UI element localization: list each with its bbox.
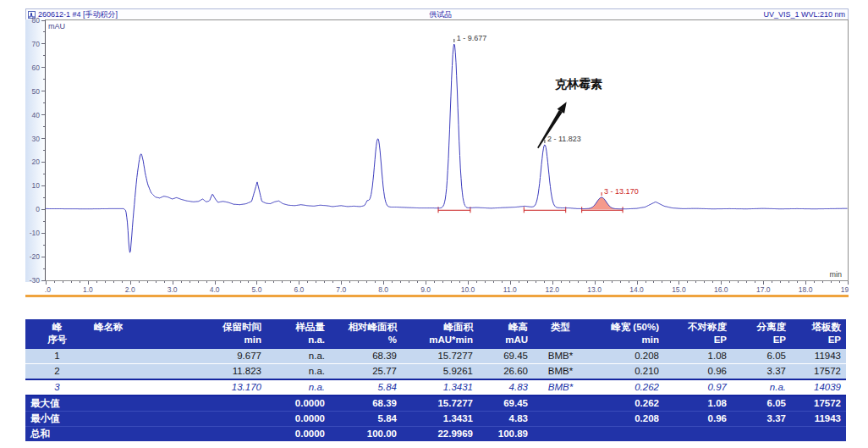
x-tick-label: 16.0 [708,285,733,294]
peak-row[interactable]: 19.677n.a.68.3915.727769.45BMB*0.2081.08… [25,349,846,364]
peak-cell: 1 [25,349,89,364]
summary-cell [588,427,664,442]
x-axis-tick [476,281,477,283]
column-label: 相对峰面积 [335,321,397,334]
column-label: 不对称度 [669,321,727,334]
x-axis-tick [400,281,401,283]
y-axis-unit-label: mAU [48,22,65,30]
x-tick-label: 0.0 [45,285,58,294]
peak-cell: 1.08 [664,349,732,364]
chromatogram-panel: 260612-1 #4 [手动积分] 供试品 UV_VIS_1 WVL:210 … [25,8,849,297]
peak-cell: 68.39 [330,349,402,364]
peak-row-highlighted[interactable]: 313.170n.a.5.841.34314.83BMB*0.2620.97n.… [25,379,846,395]
chromatography-report: { "chart": { "header_left": "260612-1 #4… [0,0,868,448]
summary-cell [533,412,588,427]
y-axis: -30-20-1001020304050607080 [25,19,45,282]
x-axis-tick [527,281,528,283]
x-axis-tick [71,281,72,283]
x-axis-tick [662,281,662,283]
y-tick-label: 10 [26,181,40,190]
x-axis-tick [569,281,570,283]
y-tick-label: 0 [26,205,40,213]
x-axis-tick [485,281,486,283]
column-unit: 序号 [30,334,84,346]
x-axis-tick [88,281,89,285]
x-axis-tick [349,281,350,283]
summary-cell: 6.05 [732,395,791,412]
x-axis-tick [46,281,47,285]
x-axis-tick [130,281,131,285]
x-axis-tick [646,281,646,283]
y-tick-label: 70 [26,40,40,48]
peak-cell: 69.45 [478,349,533,364]
x-axis-tick [181,281,182,283]
x-axis-tick [797,281,798,283]
peak-cell: 9.677 [186,349,266,364]
column-header: 相对峰面积% [330,319,402,349]
summary-cell: 0.0000 [266,427,330,442]
x-axis-tick [603,281,604,283]
summary-cell: 0.96 [664,412,732,427]
annotation-text: 克林霉素 [554,77,602,91]
x-axis-tick [417,281,418,283]
x-axis-tick [772,281,772,283]
x-axis-tick [139,281,140,283]
x-axis-tick [54,281,55,283]
summary-cell: 4.83 [478,412,533,427]
x-axis-tick [578,281,579,283]
column-header: 峰名称 [89,319,186,349]
column-unit: mAU*min [407,334,473,346]
x-tick-label: 15.0 [666,285,691,294]
x-tick-label: 4.0 [202,285,228,294]
x-axis-tick [366,281,367,283]
x-axis-tick [273,281,274,283]
peak-cell: n.a. [266,364,330,380]
summary-label: 总和 [25,427,266,442]
x-tick-label: 11.0 [497,285,523,294]
summary-row: 最大值0.000068.3915.727769.450.2621.086.051… [25,395,846,412]
summary-cell: 22.9969 [402,427,478,442]
peak-cell: 0.262 [588,379,664,395]
x-tick-label: 17.0 [750,285,776,294]
summary-cell: 1.08 [664,395,732,412]
x-axis-tick [459,281,460,283]
x-axis-tick [670,281,671,283]
x-axis-tick [561,281,562,283]
chromatogram-header: 260612-1 #4 [手动积分] 供试品 UV_VIS_1 WVL:210 … [25,8,849,20]
column-label: 分离度 [737,321,786,334]
peak-cell: 15.7277 [402,349,478,364]
summary-cell: 11943 [791,412,846,427]
x-axis-tick [814,281,815,283]
x-axis-tick [629,281,629,283]
x-axis-tick [848,281,849,285]
peak-cell: 0.96 [664,364,732,380]
peak-cell: 3.37 [732,364,791,380]
x-axis-tick [324,281,325,283]
y-tick-label: 30 [26,135,40,143]
x-axis-tick [704,281,705,283]
summary-label: 最小值 [25,412,266,427]
x-axis-tick [147,281,148,283]
x-tick-label: 5.0 [244,285,269,294]
injection-title: 260612-1 #4 [手动积分] [38,9,118,20]
peak-row[interactable]: 211.823n.a.25.775.926126.60BMB*0.2100.96… [25,364,846,380]
column-unit: EP [669,334,727,346]
summary-cell [732,427,791,442]
plot-area[interactable]: 1 - 9.6772 - 11.8233 - 13.170克林霉素 mAU mi… [45,19,849,281]
x-axis-tick [468,281,469,285]
summary-row: 最小值0.00005.841.34314.830.2080.963.371194… [25,412,846,427]
chromatogram-trace [46,44,848,252]
x-axis-tick [712,281,713,283]
x-axis-tick [113,281,114,283]
x-axis-tick [755,281,755,283]
x-axis-tick [316,281,316,283]
column-unit: EP [796,334,841,346]
peak-label: 3 - 13.170 [604,187,639,196]
peak-cell: 0.208 [588,349,664,364]
summary-cell: 100.89 [478,427,533,442]
peak-cell: 0.210 [588,364,664,380]
x-axis-tick [839,281,840,283]
summary-cell: 17572 [791,395,846,412]
channel-title: UV_VIS_1 WVL:210 nm [763,10,848,19]
y-tick-label: 20 [26,158,40,166]
